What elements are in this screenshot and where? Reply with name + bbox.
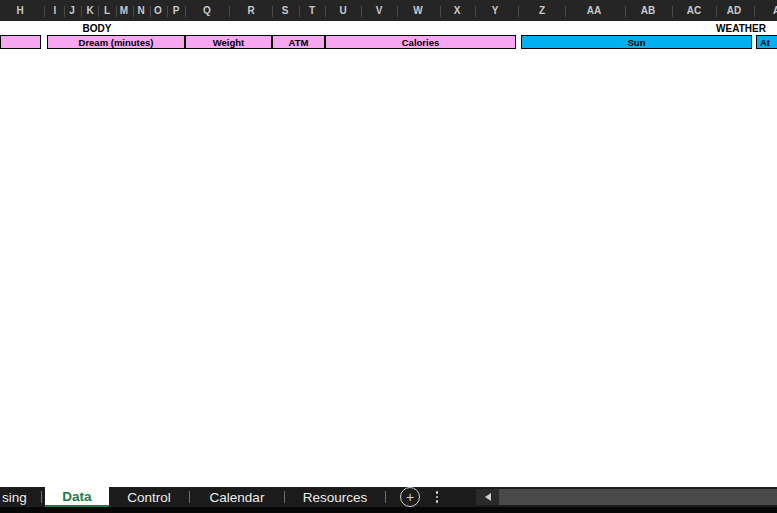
band-bpm-blank[interactable] (0, 35, 41, 49)
column-letter-AC[interactable]: AC (687, 5, 701, 16)
column-letter-Y[interactable]: Y (492, 5, 499, 16)
scrollbar-track[interactable] (499, 489, 777, 505)
sheet-tab-calendar[interactable]: Calendar (190, 487, 284, 507)
band-calories[interactable]: Calories (325, 35, 516, 49)
column-separator (672, 6, 673, 17)
column-separator (475, 6, 476, 17)
section-label-body[interactable]: BODY (0, 22, 194, 35)
column-letter-M[interactable]: M (120, 5, 128, 16)
column-header-strip: HIJKLMNOPQRSTUVWXYZAAABACADAE (0, 0, 777, 21)
column-separator (150, 6, 151, 17)
tab-divider (385, 491, 386, 503)
column-separator (361, 6, 362, 17)
column-letter-J[interactable]: J (69, 5, 75, 16)
tab-divider (41, 491, 42, 503)
sheet-tab-control[interactable]: Control (109, 487, 189, 507)
band-sun[interactable]: Sun (521, 35, 752, 49)
more-sheets-icon[interactable] (428, 487, 446, 507)
column-letter-I[interactable]: I (54, 5, 57, 16)
column-separator (64, 6, 65, 17)
column-letter-N[interactable]: N (137, 5, 144, 16)
column-separator (518, 6, 519, 17)
column-letter-AA[interactable]: AA (587, 5, 601, 16)
column-separator (625, 6, 626, 17)
column-separator (397, 6, 398, 17)
column-separator (299, 6, 300, 17)
column-letter-AD[interactable]: AD (727, 5, 741, 16)
band-weight[interactable]: Weight (185, 35, 272, 49)
column-letter-Q[interactable]: Q (203, 5, 211, 16)
column-separator (754, 6, 755, 17)
column-separator (440, 6, 441, 17)
sheet-area: HIJKLMNOPQRSTUVWXYZAAABACADAE BODY WEATH… (0, 0, 777, 487)
column-letter-X[interactable]: X (454, 5, 461, 16)
column-letter-AE[interactable]: AE (773, 5, 777, 16)
column-letter-P[interactable]: P (173, 5, 180, 16)
column-letter-U[interactable]: U (339, 5, 346, 16)
band-dream[interactable]: Dream (minutes) (47, 35, 185, 49)
column-letter-L[interactable]: L (104, 5, 110, 16)
column-separator (325, 6, 326, 17)
scroll-left-arrow-icon[interactable] (476, 489, 499, 505)
sheet-tab-dosing[interactable]: sing (0, 487, 38, 507)
column-letter-AB[interactable]: AB (641, 5, 655, 16)
column-letter-H[interactable]: H (16, 5, 23, 16)
column-separator (716, 6, 717, 17)
column-letter-O[interactable]: O (154, 5, 162, 16)
window-bottom-edge (0, 507, 777, 513)
column-letter-S[interactable]: S (282, 5, 289, 16)
column-separator (133, 6, 134, 17)
section-label-weather[interactable]: WEATHER (702, 22, 777, 35)
horizontal-scrollbar[interactable] (476, 489, 777, 505)
column-letter-Z[interactable]: Z (539, 5, 545, 16)
column-separator (167, 6, 168, 17)
column-separator (116, 6, 117, 17)
column-letter-V[interactable]: V (376, 5, 383, 16)
column-separator (185, 6, 186, 17)
column-letter-W[interactable]: W (413, 5, 422, 16)
column-separator (81, 6, 82, 17)
sheet-tab-data[interactable]: Data (45, 487, 109, 507)
sheet-tab-resources[interactable]: Resources (285, 487, 385, 507)
column-separator (229, 6, 230, 17)
column-letter-T[interactable]: T (309, 5, 315, 16)
column-separator (98, 6, 99, 17)
column-letter-R[interactable]: R (247, 5, 254, 16)
column-separator (565, 6, 566, 17)
column-separator (272, 6, 273, 17)
band-atmosphere[interactable]: At (756, 35, 777, 49)
add-sheet-button[interactable]: + (400, 487, 420, 507)
band-atm[interactable]: ATM (272, 35, 325, 49)
column-separator (44, 6, 45, 17)
spreadsheet-screen: HIJKLMNOPQRSTUVWXYZAAABACADAE BODY WEATH… (0, 0, 777, 513)
column-letter-K[interactable]: K (86, 5, 93, 16)
